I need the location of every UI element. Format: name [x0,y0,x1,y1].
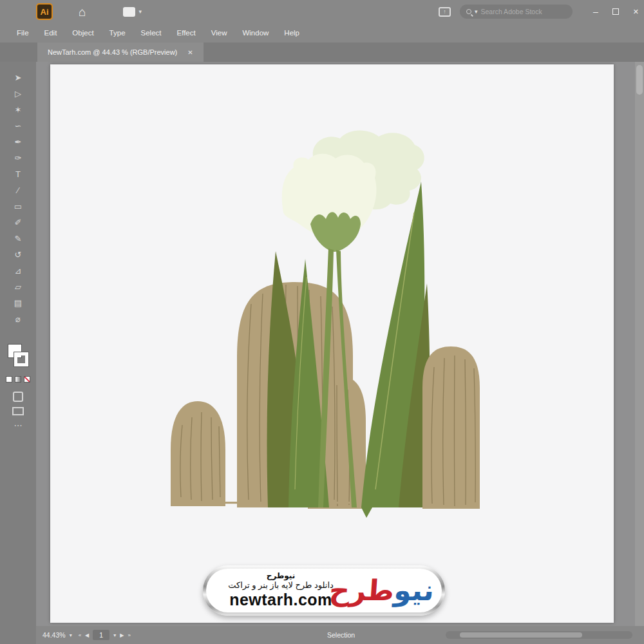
chevron-down-icon: ▾ [70,632,72,638]
active-tool-label: Selection [327,631,355,639]
search-placeholder: Search Adobe Stock [481,8,542,15]
illustrator-window: Ai ⌂ ▾ ↑ ▾ Search Adobe Stock – ✕ FileEd… [0,0,644,644]
chevron-down-icon: ▾ [475,8,478,15]
drawing-mode-button[interactable] [13,392,23,402]
menu-bar: FileEditObjectTypeSelectEffectViewWindow… [0,23,644,43]
vertical-scrollbar-thumb[interactable] [636,65,643,95]
horizontal-scrollbar-thumb[interactable] [460,632,582,638]
selection-tool[interactable]: ➤ [0,70,36,86]
pen-tool[interactable]: ✒ [0,134,36,150]
search-icon [466,9,471,14]
tool-list: ➤▷✶∽✒✑T∕▭✐✎↺⊿▱▤⌀ [0,70,36,327]
canvas-area[interactable]: نیوطرح دانلود طرح لایه باز بنر و تراکت n… [36,62,644,626]
tools-panel: ➤▷✶∽✒✑T∕▭✐✎↺⊿▱▤⌀ ⋯ [0,62,36,644]
document-tab[interactable]: NewTarh.com @ 44.43 % (RGB/Preview) ✕ [37,43,204,62]
watermark-badge: نیوطرح دانلود طرح لایه باز بنر و تراکت n… [203,565,445,616]
previous-artboard-button[interactable]: ◀ [85,632,89,638]
zoom-tool[interactable]: ⌀ [0,311,36,327]
gradient-tool[interactable]: ▤ [0,295,36,311]
search-input[interactable]: ▾ Search Adobe Stock [460,5,573,19]
last-artboard-button[interactable]: » [128,632,130,638]
menu-item[interactable]: File [9,23,37,43]
menu-item[interactable]: View [204,23,235,43]
lasso-tool[interactable]: ∽ [0,118,36,134]
screen-mode-button[interactable] [12,407,24,415]
arrange-documents-button[interactable]: ▾ [123,7,142,17]
menu-item[interactable]: Select [133,23,169,43]
vertical-scrollbar[interactable] [635,62,644,626]
menu-item[interactable]: Help [276,23,307,43]
zoom-level: 44.43% [43,631,66,639]
watermark-domain: newtarh.com [219,591,343,609]
none-button[interactable] [24,376,30,383]
watermark-title: نیوطرح [219,572,343,581]
gradient-button[interactable] [15,376,21,383]
watermark-logo: نیوطرح [341,576,435,605]
status-bar: 44.43% ▾ « ◀ 1 ▾ ▶ » Selection [36,626,644,644]
share-icon[interactable]: ↑ [439,7,451,17]
artboard-navigation: « ◀ 1 ▾ ▶ » [79,630,131,640]
stroke-swatch[interactable] [14,352,28,366]
color-button[interactable] [6,376,12,383]
first-artboard-button[interactable]: « [79,632,81,638]
flower-artwork[interactable] [50,64,614,623]
menu-item[interactable]: Effect [169,23,204,43]
document-tab-title: NewTarh.com @ 44.43 % (RGB/Preview) [48,48,177,56]
zoom-level-control[interactable]: 44.43% ▾ [43,631,72,639]
maximize-button[interactable] [612,8,619,15]
title-bar: Ai ⌂ ▾ ↑ ▾ Search Adobe Stock – ✕ [0,0,644,23]
dried-bush-right[interactable] [422,346,480,509]
direct-selection-tool[interactable]: ▷ [0,86,36,102]
chevron-down-icon: ▾ [138,8,142,15]
menu-item[interactable]: Object [64,23,101,43]
curvature-tool[interactable]: ✑ [0,150,36,166]
type-tool[interactable]: T [0,166,36,182]
menu-item[interactable]: Window [234,23,276,43]
close-button[interactable]: ✕ [633,8,639,16]
paintbrush-tool[interactable]: ✐ [0,214,36,231]
scale-tool[interactable]: ⊿ [0,263,36,279]
artboard[interactable]: نیوطرح دانلود طرح لایه باز بنر و تراکت n… [50,64,614,623]
shape-builder-tool[interactable]: ▱ [0,279,36,295]
horizontal-scrollbar[interactable] [446,631,632,639]
minimize-button[interactable]: – [593,7,598,16]
app-logo-icon[interactable]: Ai [36,3,53,20]
fill-stroke-swatches[interactable] [6,344,30,370]
pencil-tool[interactable]: ✎ [0,231,36,247]
flower-calyx[interactable] [310,212,361,252]
rectangle-tool[interactable]: ▭ [0,198,36,214]
next-artboard-button[interactable]: ▶ [120,632,124,638]
watermark-subtitle: دانلود طرح لایه باز بنر و تراکت [219,581,343,591]
edit-toolbar-button[interactable]: ⋯ [14,421,23,430]
artboard-number-field[interactable]: 1 [93,630,109,640]
arrange-documents-icon [123,7,135,17]
chevron-down-icon: ▾ [113,632,116,638]
magic-wand-tool[interactable]: ✶ [0,102,36,118]
menu-item[interactable]: Type [102,23,133,43]
menu-item[interactable]: Edit [37,23,65,43]
home-icon[interactable]: ⌂ [79,6,86,18]
rotate-tool[interactable]: ↺ [0,247,36,263]
color-mode-row [6,376,30,383]
tab-close-icon[interactable]: ✕ [187,49,193,56]
line-segment-tool[interactable]: ∕ [0,182,36,198]
grass-tip [361,507,372,518]
document-tab-bar: NewTarh.com @ 44.43 % (RGB/Preview) ✕ [0,43,644,62]
